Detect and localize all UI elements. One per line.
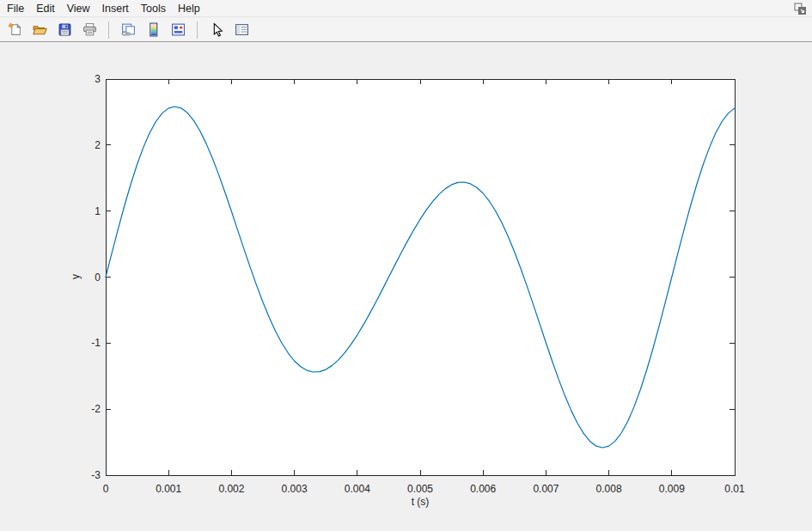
y-tick-label: 2: [95, 139, 101, 151]
menu-tools[interactable]: Tools: [135, 0, 172, 17]
y-tick-label: 0: [95, 272, 101, 284]
toolbar: [0, 18, 812, 42]
pointer-icon: [210, 22, 224, 37]
x-tick-label: 0.008: [596, 483, 622, 495]
colormap-icon: [146, 22, 161, 37]
x-tick-label: 0.004: [345, 483, 370, 495]
x-tick-label: 0.001: [156, 483, 181, 495]
save-icon: [58, 22, 72, 37]
x-tick-label: 0.01: [724, 483, 745, 495]
menubar: File Edit View Insert Tools Help: [0, 0, 812, 17]
y-tick-label: -3: [91, 469, 101, 481]
y-tick-label: 1: [95, 205, 101, 217]
y-tick-label: -2: [91, 403, 101, 415]
subplot-grid-icon: [171, 22, 186, 37]
print-button[interactable]: [81, 21, 98, 39]
x-tick-label: 0.009: [659, 483, 685, 495]
colormap-button[interactable]: [144, 21, 162, 39]
copy-figure-icon: [121, 22, 136, 37]
pointer-select-button[interactable]: [208, 21, 225, 39]
axes-plot: 00.0010.0020.0030.0040.0050.0060.0070.00…: [0, 43, 812, 531]
undock-icon: [794, 3, 806, 15]
x-tick-label: 0.005: [407, 483, 433, 495]
properties-panel-button[interactable]: [233, 21, 250, 39]
plot-area: [106, 79, 735, 475]
figure-canvas: 00.0010.0020.0030.0040.0050.0060.0070.00…: [0, 43, 812, 531]
figure-window: File Edit View Insert Tools Help: [0, 0, 812, 531]
x-tick-label: 0.002: [218, 483, 244, 495]
new-figure-icon: [8, 22, 22, 37]
y-tick-label: 3: [95, 73, 101, 85]
open-button[interactable]: [31, 21, 48, 39]
properties-panel-icon: [235, 22, 249, 37]
toolbar-separator: [197, 21, 198, 39]
print-icon: [82, 22, 97, 37]
menu-file[interactable]: File: [1, 0, 30, 17]
undock-button[interactable]: [794, 3, 806, 15]
menu-help[interactable]: Help: [172, 0, 206, 17]
x-tick-label: 0.003: [282, 483, 308, 495]
y-axis-label: y: [70, 274, 82, 279]
y-tick-label: -1: [91, 337, 101, 349]
menu-view[interactable]: View: [61, 0, 96, 17]
x-tick-label: 0: [103, 483, 109, 495]
open-folder-icon: [33, 22, 47, 37]
save-button[interactable]: [56, 21, 73, 39]
menu-edit[interactable]: Edit: [30, 0, 61, 17]
copy-figure-button[interactable]: [119, 21, 137, 39]
menu-insert[interactable]: Insert: [96, 0, 135, 17]
x-tick-label: 0.006: [470, 483, 496, 495]
toolbar-separator: [108, 21, 109, 39]
subplot-grid-button[interactable]: [169, 21, 186, 39]
x-axis-label: t (s): [412, 496, 430, 508]
x-tick-label: 0.007: [533, 483, 559, 495]
new-figure-button[interactable]: [6, 21, 23, 39]
